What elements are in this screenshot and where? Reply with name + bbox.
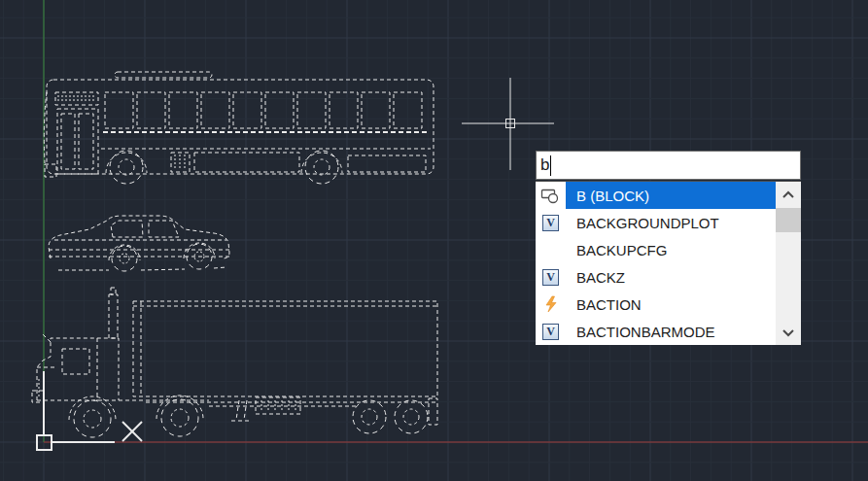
truck-drawing[interactable] xyxy=(32,288,437,437)
command-input[interactable]: b xyxy=(536,151,801,180)
drawing-area: b B (BLOCK) V BACKGROUNDPLOT xyxy=(0,0,868,481)
no-icon xyxy=(536,236,566,263)
autocomplete-item-backupcfg[interactable]: BACKUPCFG xyxy=(536,236,801,263)
action-lightning-icon xyxy=(536,291,566,318)
system-variable-icon: V xyxy=(536,209,566,236)
bus-drawing[interactable] xyxy=(44,72,434,184)
autocomplete-item-label: BACKUPCFG xyxy=(566,236,776,263)
block-icon xyxy=(536,182,566,209)
autocomplete-item-b-block[interactable]: B (BLOCK) xyxy=(536,182,801,209)
autocomplete-item-label: B (BLOCK) xyxy=(566,182,776,209)
ucs-icon xyxy=(37,371,115,450)
command-input-value: b xyxy=(540,155,549,175)
point-marker xyxy=(122,422,142,441)
scrollbar-up-arrow[interactable] xyxy=(776,182,801,207)
scrollbar[interactable] xyxy=(776,182,801,345)
autocomplete-item-baction[interactable]: BACTION xyxy=(536,291,801,318)
system-variable-icon: V xyxy=(536,318,566,345)
autocomplete-item-label: BACTIONBARMODE xyxy=(566,318,776,345)
command-autocomplete: b B (BLOCK) V BACKGROUNDPLOT xyxy=(536,151,801,345)
autocomplete-item-label: BACKZ xyxy=(566,263,776,291)
autocomplete-item-backz[interactable]: V BACKZ xyxy=(536,263,801,291)
autocomplete-item-bactionbarmode[interactable]: V BACTIONBARMODE xyxy=(536,318,801,345)
autocomplete-item-label: BACKGROUNDPLOT xyxy=(566,209,776,236)
autocomplete-item-label: BACTION xyxy=(566,291,776,318)
scrollbar-thumb[interactable] xyxy=(776,208,801,232)
autocomplete-list: B (BLOCK) V BACKGROUNDPLOT BACKUPCFG V B… xyxy=(536,181,801,345)
text-caret xyxy=(550,155,551,176)
scrollbar-down-arrow[interactable] xyxy=(776,320,801,345)
car-drawing[interactable] xyxy=(49,216,229,271)
system-variable-icon: V xyxy=(536,263,566,291)
autocomplete-item-backgroundplot[interactable]: V BACKGROUNDPLOT xyxy=(536,209,801,236)
